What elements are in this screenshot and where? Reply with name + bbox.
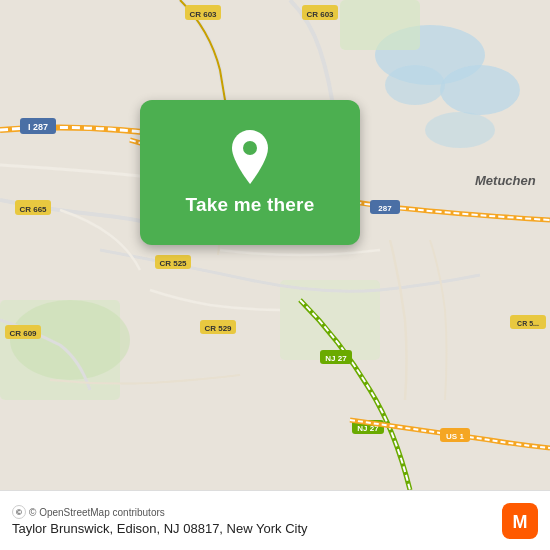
svg-text:I 287: I 287	[28, 122, 48, 132]
cta-card[interactable]: Take me there	[140, 100, 360, 245]
bottom-bar: © © OpenStreetMap contributors Taylor Br…	[0, 490, 550, 550]
svg-text:US 1: US 1	[446, 432, 464, 441]
osm-credit: © © OpenStreetMap contributors	[12, 505, 308, 519]
svg-point-4	[425, 112, 495, 148]
location-pin-icon	[228, 130, 272, 184]
svg-text:CR 609: CR 609	[9, 329, 37, 338]
bottom-left-info: © © OpenStreetMap contributors Taylor Br…	[12, 505, 308, 536]
svg-text:CR 665: CR 665	[19, 205, 47, 214]
svg-point-8	[10, 300, 130, 380]
svg-point-2	[440, 65, 520, 115]
svg-text:CR 603: CR 603	[306, 10, 334, 19]
svg-text:CR 525: CR 525	[159, 259, 187, 268]
svg-text:CR 603: CR 603	[189, 10, 217, 19]
svg-text:M: M	[513, 512, 528, 532]
osm-logo-icon: ©	[12, 505, 26, 519]
address-text: Taylor Brunswick, Edison, NJ 08817, New …	[12, 521, 308, 536]
svg-text:CR 5...: CR 5...	[517, 320, 539, 327]
svg-text:NJ 27: NJ 27	[325, 354, 347, 363]
svg-text:CR 529: CR 529	[204, 324, 232, 333]
svg-point-3	[385, 65, 445, 105]
svg-text:Metuchen: Metuchen	[475, 173, 536, 188]
map-container: I 287 CR 603 CR 603 CR 665 287 CR 525 NJ…	[0, 0, 550, 490]
svg-point-34	[243, 141, 257, 155]
svg-rect-5	[340, 0, 420, 50]
moovit-logo-icon: M	[502, 503, 538, 539]
moovit-logo: M	[502, 503, 538, 539]
cta-label: Take me there	[186, 194, 315, 216]
osm-credit-text: © OpenStreetMap contributors	[29, 507, 165, 518]
svg-text:287: 287	[378, 204, 392, 213]
